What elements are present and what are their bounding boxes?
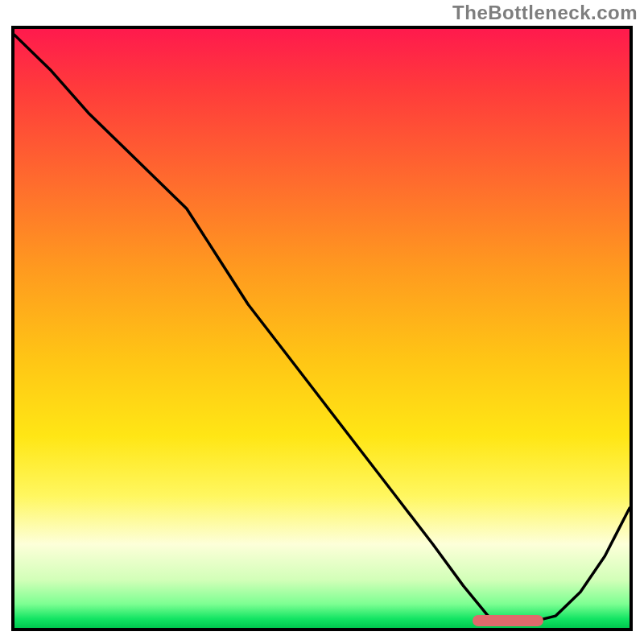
chart-stage: TheBottleneck.com [0, 0, 644, 644]
curve-path [14, 35, 630, 621]
optimal-range-marker [473, 615, 543, 626]
plot-frame [11, 26, 633, 631]
bottleneck-curve [14, 29, 630, 628]
watermark-text: TheBottleneck.com [452, 2, 638, 24]
